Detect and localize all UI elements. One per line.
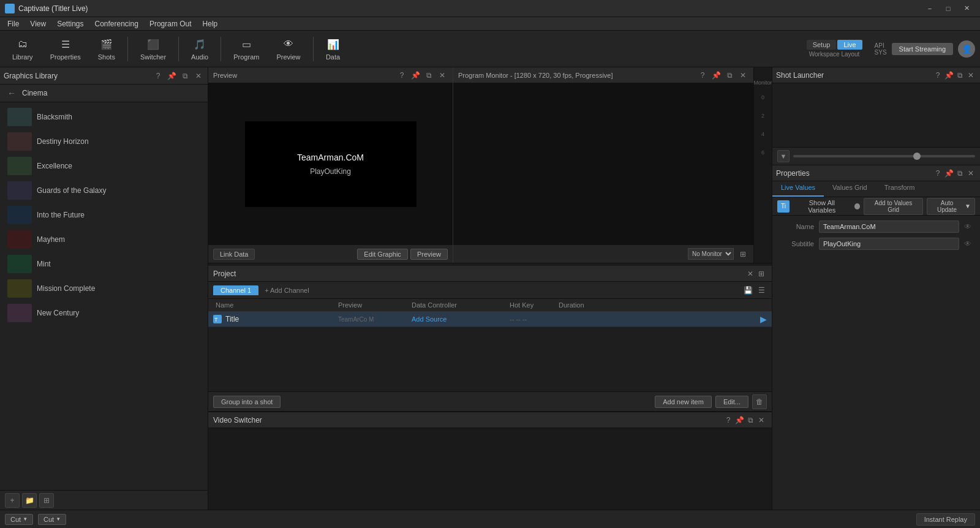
edit-graphic-button[interactable]: Edit Graphic (357, 249, 408, 260)
cut-arrow-2: ▼ (56, 516, 61, 522)
maximize-button[interactable]: □ (940, 2, 957, 15)
props-pin-button[interactable]: 📌 (943, 168, 954, 179)
toolbar-data[interactable]: 📊 Data (318, 34, 348, 63)
graphics-help-button[interactable]: ? (153, 70, 164, 81)
library-item-mint[interactable]: Mint (0, 252, 208, 276)
center-area: Preview ? 📌 ⧉ ✕ TeamArman.CoM PlayOutKin… (208, 67, 772, 510)
workspace-tab-setup[interactable]: Setup (807, 40, 837, 50)
shot-pin-button[interactable]: 📌 (943, 70, 954, 81)
toolbar-program[interactable]: ▭ Program (226, 34, 266, 63)
field-eye-subtitle[interactable]: 👁 (964, 239, 975, 248)
menu-conferencing[interactable]: Conferencing (90, 18, 143, 29)
program-close-button[interactable]: ✕ (737, 70, 748, 81)
shot-float-button[interactable]: ⧉ (954, 70, 965, 81)
channel-menu-button[interactable]: ☰ (756, 285, 767, 296)
library-item-new-century[interactable]: New Century (0, 301, 208, 325)
graphics-float-button[interactable]: ⧉ (179, 70, 190, 81)
group-into-shot-button[interactable]: Group into a shot (213, 396, 281, 408)
program-pin-button[interactable]: 📌 (710, 70, 722, 81)
main-area: Graphics Library ? 📌 ⧉ ✕ ← Cinema Blacks… (0, 67, 980, 510)
minimize-button[interactable]: − (921, 2, 938, 15)
menu-file[interactable]: File (2, 18, 24, 29)
menu-settings[interactable]: Settings (52, 18, 88, 29)
field-eye-name[interactable]: 👁 (964, 222, 975, 231)
shot-close-button[interactable]: ✕ (965, 70, 976, 81)
data-icon: 📊 (326, 37, 341, 51)
edit-button[interactable]: Edit... (715, 396, 748, 408)
delete-button[interactable]: 🗑 (752, 394, 767, 409)
props-float-button[interactable]: ⧉ (954, 168, 965, 179)
menu-program-out[interactable]: Program Out (145, 18, 197, 29)
library-item-destiny[interactable]: Destiny Horizon (0, 129, 208, 154)
menu-view[interactable]: View (25, 18, 51, 29)
props-close-button[interactable]: ✕ (965, 168, 976, 179)
vs-pin-button[interactable]: 📌 (734, 415, 745, 426)
library-back-button[interactable]: ← (5, 87, 18, 99)
preview-footer-btns: Edit Graphic Preview (357, 249, 448, 260)
channel-save-button[interactable]: 💾 (742, 285, 753, 296)
graphics-close-button[interactable]: ✕ (193, 70, 204, 81)
library-item-blacksmith[interactable]: Blacksmith (0, 105, 208, 129)
project-float-button[interactable]: ⊞ (756, 268, 767, 279)
toolbar-switcher[interactable]: ⬛ Switcher (133, 34, 173, 63)
library-item-excellence[interactable]: Excellence (0, 154, 208, 178)
add-to-values-grid-button[interactable]: Add to Values Grid (864, 198, 923, 215)
toolbar-shots[interactable]: 🎬 Shots (91, 34, 123, 63)
toolbar-properties[interactable]: ☰ Properties (43, 34, 88, 63)
props-tab-transform[interactable]: Transform (876, 181, 924, 197)
graphics-library-header: Graphics Library ? 📌 ⧉ ✕ (0, 67, 208, 85)
program-resize-button[interactable]: ⊞ (737, 249, 748, 260)
cut-button-1[interactable]: Cut ▼ (5, 514, 33, 525)
preview-button[interactable]: Preview (410, 249, 448, 260)
add-new-item-button[interactable]: Add new item (655, 396, 712, 408)
show-variables-button[interactable]: Show All Variables (793, 198, 851, 215)
program-float-button[interactable]: ⧉ (724, 70, 735, 81)
field-input-name[interactable] (819, 221, 959, 233)
vs-help-button[interactable]: ? (723, 415, 734, 426)
auto-update-button[interactable]: Auto Update ▼ (927, 198, 975, 215)
menu-help[interactable]: Help (198, 18, 223, 29)
library-item-mayhem[interactable]: Mayhem (0, 227, 208, 252)
cut-button-2[interactable]: Cut ▼ (38, 514, 66, 525)
library-item-guards[interactable]: Guards of the Galaxy (0, 178, 208, 203)
lib-folder-button[interactable]: 📁 (22, 493, 37, 508)
library-item-into-the-future[interactable]: Into the Future (0, 203, 208, 227)
field-input-subtitle[interactable] (819, 238, 959, 250)
close-button[interactable]: ✕ (958, 2, 975, 15)
props-tab-values-grid[interactable]: Values Grid (824, 181, 876, 197)
start-streaming-button[interactable]: Start Streaming (892, 43, 953, 55)
row-data-controller[interactable]: Add Source (412, 315, 510, 323)
preview-help-button[interactable]: ? (396, 70, 407, 81)
library-toolbar: + 📁 ⊞ (0, 490, 208, 510)
graphics-pin-button[interactable]: 📌 (166, 70, 177, 81)
toolbar-library[interactable]: 🗂 Library (5, 34, 40, 63)
lib-grid-button[interactable]: ⊞ (39, 493, 54, 508)
table-row[interactable]: T Title TeamArCo M Add Source -- -- -- ▶ (208, 312, 772, 327)
shot-help-button[interactable]: ? (932, 70, 943, 81)
video-switcher-panel: Video Switcher ? 📌 ⧉ ✕ (208, 412, 772, 510)
add-channel-button[interactable]: + Add Channel (261, 285, 312, 295)
row-play-button[interactable]: ▶ (760, 314, 767, 324)
toolbar-preview[interactable]: 👁 Preview (269, 34, 307, 63)
channel-tab-1[interactable]: Channel 1 (213, 285, 258, 295)
props-tab-live-values[interactable]: Live Values (772, 181, 824, 197)
workspace-tab-live[interactable]: Live (837, 40, 862, 50)
instant-replay-button[interactable]: Instant Replay (916, 513, 975, 526)
slider-handle[interactable] (913, 153, 921, 160)
vs-close-button[interactable]: ✕ (756, 415, 767, 426)
lib-add-button[interactable]: + (5, 493, 20, 508)
library-item-mission-complete[interactable]: Mission Complete (0, 276, 208, 301)
filter-icon[interactable]: ▼ (777, 150, 790, 162)
project-close-button[interactable]: ✕ (745, 268, 756, 279)
toolbar-audio[interactable]: 🎵 Audio (184, 34, 216, 63)
preview-close-button[interactable]: ✕ (437, 70, 448, 81)
preview-pin-button[interactable]: 📌 (410, 70, 421, 81)
table-header: Name Preview Data Controller Hot Key Dur… (208, 299, 772, 312)
props-help-button[interactable]: ? (932, 168, 943, 179)
vs-float-button[interactable]: ⧉ (745, 415, 756, 426)
link-data-button[interactable]: Link Data (213, 249, 255, 260)
preview-float-button[interactable]: ⧉ (423, 70, 434, 81)
no-monitor-select[interactable]: No Monitor (688, 248, 734, 260)
program-help-button[interactable]: ? (697, 70, 708, 81)
filter-slider[interactable] (793, 155, 975, 157)
